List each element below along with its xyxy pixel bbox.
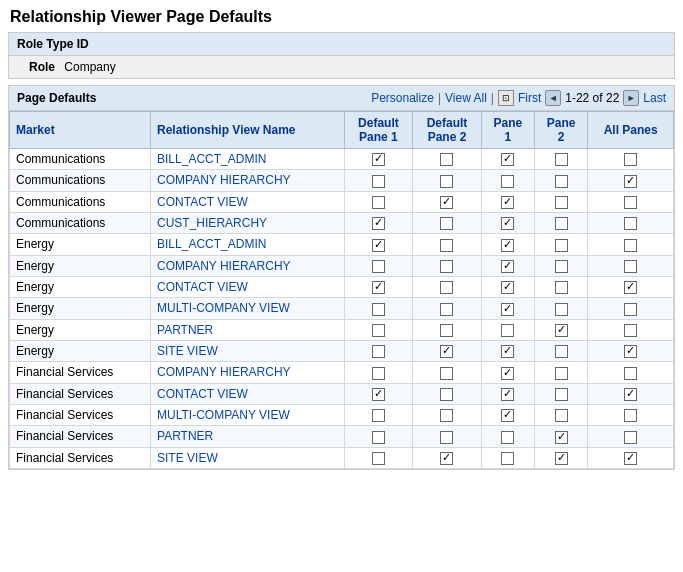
checkbox-dp2[interactable] (440, 345, 453, 358)
last-label[interactable]: Last (643, 91, 666, 105)
checkbox-dp2[interactable] (440, 217, 453, 230)
table-scroll-area[interactable]: Market Relationship View Name DefaultPan… (9, 111, 674, 469)
checkbox-dp2[interactable] (440, 324, 453, 337)
checkbox-dp1[interactable] (372, 153, 385, 166)
view-all-link[interactable]: View All (445, 91, 487, 105)
checkbox-p2[interactable] (555, 217, 568, 230)
cell-checkbox-dp1[interactable] (344, 362, 413, 383)
personalize-link[interactable]: Personalize (371, 91, 434, 105)
cell-checkbox-dp1[interactable] (344, 255, 413, 276)
checkbox-p2[interactable] (555, 345, 568, 358)
cell-checkbox-dp1[interactable] (344, 276, 413, 297)
cell-checkbox-all[interactable] (588, 276, 674, 297)
checkbox-all[interactable] (624, 303, 637, 316)
checkbox-dp2[interactable] (440, 196, 453, 209)
cell-view-name[interactable]: MULTI-COMPANY VIEW (151, 404, 345, 425)
cell-checkbox-p2[interactable] (535, 383, 588, 404)
cell-checkbox-p2[interactable] (535, 340, 588, 361)
cell-checkbox-p2[interactable] (535, 149, 588, 170)
cell-checkbox-all[interactable] (588, 191, 674, 212)
checkbox-p1[interactable] (501, 388, 514, 401)
checkbox-p2[interactable] (555, 409, 568, 422)
cell-checkbox-dp1[interactable] (344, 426, 413, 447)
checkbox-p2[interactable] (555, 239, 568, 252)
cell-checkbox-p2[interactable] (535, 234, 588, 255)
cell-view-name[interactable]: COMPANY HIERARCHY (151, 170, 345, 191)
cell-checkbox-dp1[interactable] (344, 404, 413, 425)
checkbox-dp1[interactable] (372, 452, 385, 465)
checkbox-all[interactable] (624, 452, 637, 465)
checkbox-all[interactable] (624, 324, 637, 337)
cell-view-name[interactable]: PARTNER (151, 426, 345, 447)
checkbox-all[interactable] (624, 239, 637, 252)
checkbox-p1[interactable] (501, 217, 514, 230)
checkbox-p1[interactable] (501, 260, 514, 273)
cell-checkbox-p1[interactable] (481, 447, 534, 468)
cell-checkbox-dp1[interactable] (344, 447, 413, 468)
checkbox-p1[interactable] (501, 409, 514, 422)
cell-view-name[interactable]: PARTNER (151, 319, 345, 340)
cell-checkbox-p1[interactable] (481, 149, 534, 170)
checkbox-all[interactable] (624, 409, 637, 422)
cell-checkbox-dp1[interactable] (344, 383, 413, 404)
cell-checkbox-dp2[interactable] (413, 340, 482, 361)
cell-checkbox-p1[interactable] (481, 234, 534, 255)
cell-checkbox-dp2[interactable] (413, 362, 482, 383)
checkbox-all[interactable] (624, 175, 637, 188)
cell-checkbox-dp1[interactable] (344, 149, 413, 170)
cell-checkbox-p2[interactable] (535, 298, 588, 319)
cell-checkbox-p1[interactable] (481, 340, 534, 361)
cell-checkbox-p2[interactable] (535, 255, 588, 276)
cell-checkbox-dp2[interactable] (413, 276, 482, 297)
checkbox-dp1[interactable] (372, 196, 385, 209)
cell-checkbox-p2[interactable] (535, 447, 588, 468)
checkbox-dp2[interactable] (440, 153, 453, 166)
cell-checkbox-all[interactable] (588, 340, 674, 361)
checkbox-dp2[interactable] (440, 409, 453, 422)
cell-checkbox-p2[interactable] (535, 191, 588, 212)
checkbox-p1[interactable] (501, 431, 514, 444)
checkbox-p2[interactable] (555, 367, 568, 380)
checkbox-p2[interactable] (555, 281, 568, 294)
cell-checkbox-dp1[interactable] (344, 170, 413, 191)
cell-checkbox-p1[interactable] (481, 404, 534, 425)
cell-checkbox-all[interactable] (588, 404, 674, 425)
cell-checkbox-dp1[interactable] (344, 319, 413, 340)
cell-checkbox-p2[interactable] (535, 404, 588, 425)
checkbox-dp2[interactable] (440, 452, 453, 465)
cell-checkbox-p2[interactable] (535, 426, 588, 447)
cell-checkbox-p1[interactable] (481, 362, 534, 383)
cell-checkbox-p1[interactable] (481, 212, 534, 233)
checkbox-all[interactable] (624, 388, 637, 401)
cell-checkbox-p1[interactable] (481, 255, 534, 276)
checkbox-dp1[interactable] (372, 324, 385, 337)
cell-checkbox-p2[interactable] (535, 212, 588, 233)
checkbox-p1[interactable] (501, 367, 514, 380)
checkbox-p1[interactable] (501, 239, 514, 252)
cell-checkbox-dp2[interactable] (413, 404, 482, 425)
checkbox-all[interactable] (624, 367, 637, 380)
checkbox-p1[interactable] (501, 196, 514, 209)
cell-checkbox-p2[interactable] (535, 319, 588, 340)
cell-checkbox-dp1[interactable] (344, 298, 413, 319)
cell-checkbox-all[interactable] (588, 212, 674, 233)
checkbox-dp2[interactable] (440, 367, 453, 380)
checkbox-dp1[interactable] (372, 217, 385, 230)
export-icon[interactable]: ⊡ (498, 90, 514, 106)
first-label[interactable]: First (518, 91, 541, 105)
cell-checkbox-all[interactable] (588, 255, 674, 276)
checkbox-p2[interactable] (555, 388, 568, 401)
cell-checkbox-dp1[interactable] (344, 234, 413, 255)
cell-checkbox-all[interactable] (588, 447, 674, 468)
checkbox-dp2[interactable] (440, 281, 453, 294)
cell-checkbox-all[interactable] (588, 362, 674, 383)
checkbox-all[interactable] (624, 431, 637, 444)
cell-checkbox-dp2[interactable] (413, 255, 482, 276)
cell-checkbox-dp1[interactable] (344, 212, 413, 233)
cell-checkbox-p1[interactable] (481, 170, 534, 191)
cell-checkbox-p1[interactable] (481, 426, 534, 447)
next-page-icon[interactable]: ► (623, 90, 639, 106)
cell-checkbox-dp2[interactable] (413, 191, 482, 212)
cell-view-name[interactable]: SITE VIEW (151, 340, 345, 361)
checkbox-dp2[interactable] (440, 175, 453, 188)
